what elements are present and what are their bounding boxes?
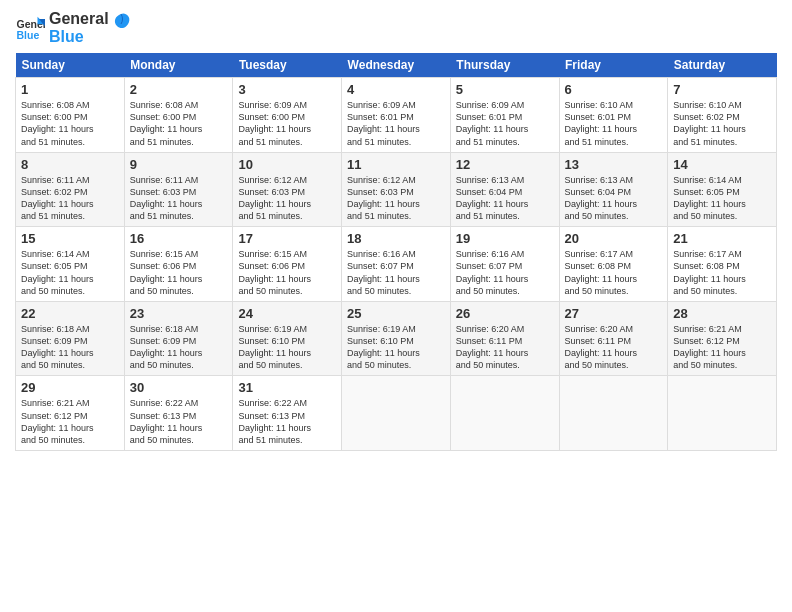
page: General Blue General Blue Sunda [0,0,792,612]
calendar-cell: 28Sunrise: 6:21 AMSunset: 6:12 PMDayligh… [668,301,777,376]
calendar-cell: 4Sunrise: 6:09 AMSunset: 6:01 PMDaylight… [342,78,451,153]
day-info: Sunrise: 6:12 AMSunset: 6:03 PMDaylight:… [238,174,336,223]
logo-blue: Blue [49,28,109,46]
header: General Blue General Blue [15,10,777,45]
calendar-week-row: 1Sunrise: 6:08 AMSunset: 6:00 PMDaylight… [16,78,777,153]
calendar-week-row: 8Sunrise: 6:11 AMSunset: 6:02 PMDaylight… [16,152,777,227]
calendar-cell: 5Sunrise: 6:09 AMSunset: 6:01 PMDaylight… [450,78,559,153]
calendar-cell: 18Sunrise: 6:16 AMSunset: 6:07 PMDayligh… [342,227,451,302]
calendar-header-tuesday: Tuesday [233,53,342,78]
logo-bird-icon [111,12,131,34]
day-info: Sunrise: 6:21 AMSunset: 6:12 PMDaylight:… [673,323,771,372]
day-number: 21 [673,231,771,246]
day-number: 7 [673,82,771,97]
calendar-header-friday: Friday [559,53,668,78]
day-number: 11 [347,157,445,172]
calendar-cell: 1Sunrise: 6:08 AMSunset: 6:00 PMDaylight… [16,78,125,153]
calendar-week-row: 22Sunrise: 6:18 AMSunset: 6:09 PMDayligh… [16,301,777,376]
day-info: Sunrise: 6:09 AMSunset: 6:00 PMDaylight:… [238,99,336,148]
calendar-header-monday: Monday [124,53,233,78]
svg-text:Blue: Blue [17,28,40,40]
day-number: 6 [565,82,663,97]
day-info: Sunrise: 6:21 AMSunset: 6:12 PMDaylight:… [21,397,119,446]
calendar-body: 1Sunrise: 6:08 AMSunset: 6:00 PMDaylight… [16,78,777,451]
calendar-header-saturday: Saturday [668,53,777,78]
calendar-cell: 8Sunrise: 6:11 AMSunset: 6:02 PMDaylight… [16,152,125,227]
day-number: 20 [565,231,663,246]
day-number: 30 [130,380,228,395]
day-info: Sunrise: 6:22 AMSunset: 6:13 PMDaylight:… [130,397,228,446]
day-info: Sunrise: 6:18 AMSunset: 6:09 PMDaylight:… [21,323,119,372]
calendar-cell: 6Sunrise: 6:10 AMSunset: 6:01 PMDaylight… [559,78,668,153]
calendar-cell: 26Sunrise: 6:20 AMSunset: 6:11 PMDayligh… [450,301,559,376]
calendar-cell: 31Sunrise: 6:22 AMSunset: 6:13 PMDayligh… [233,376,342,451]
day-info: Sunrise: 6:09 AMSunset: 6:01 PMDaylight:… [347,99,445,148]
day-number: 23 [130,306,228,321]
calendar-cell: 14Sunrise: 6:14 AMSunset: 6:05 PMDayligh… [668,152,777,227]
day-info: Sunrise: 6:14 AMSunset: 6:05 PMDaylight:… [673,174,771,223]
calendar-cell: 9Sunrise: 6:11 AMSunset: 6:03 PMDaylight… [124,152,233,227]
day-number: 31 [238,380,336,395]
day-number: 28 [673,306,771,321]
calendar-cell: 27Sunrise: 6:20 AMSunset: 6:11 PMDayligh… [559,301,668,376]
day-number: 8 [21,157,119,172]
calendar-cell: 29Sunrise: 6:21 AMSunset: 6:12 PMDayligh… [16,376,125,451]
calendar-cell: 7Sunrise: 6:10 AMSunset: 6:02 PMDaylight… [668,78,777,153]
day-number: 24 [238,306,336,321]
calendar-cell: 22Sunrise: 6:18 AMSunset: 6:09 PMDayligh… [16,301,125,376]
calendar-table: SundayMondayTuesdayWednesdayThursdayFrid… [15,53,777,451]
calendar-cell [342,376,451,451]
calendar-cell: 19Sunrise: 6:16 AMSunset: 6:07 PMDayligh… [450,227,559,302]
calendar-cell: 11Sunrise: 6:12 AMSunset: 6:03 PMDayligh… [342,152,451,227]
day-info: Sunrise: 6:10 AMSunset: 6:01 PMDaylight:… [565,99,663,148]
calendar-cell [668,376,777,451]
day-info: Sunrise: 6:19 AMSunset: 6:10 PMDaylight:… [238,323,336,372]
logo-general: General [49,10,109,27]
day-info: Sunrise: 6:08 AMSunset: 6:00 PMDaylight:… [21,99,119,148]
calendar-cell: 21Sunrise: 6:17 AMSunset: 6:08 PMDayligh… [668,227,777,302]
calendar-week-row: 29Sunrise: 6:21 AMSunset: 6:12 PMDayligh… [16,376,777,451]
day-number: 1 [21,82,119,97]
calendar-week-row: 15Sunrise: 6:14 AMSunset: 6:05 PMDayligh… [16,227,777,302]
day-number: 3 [238,82,336,97]
day-number: 19 [456,231,554,246]
day-number: 26 [456,306,554,321]
calendar-header-sunday: Sunday [16,53,125,78]
day-info: Sunrise: 6:22 AMSunset: 6:13 PMDaylight:… [238,397,336,446]
logo-icon: General Blue [15,13,45,43]
day-info: Sunrise: 6:20 AMSunset: 6:11 PMDaylight:… [565,323,663,372]
day-info: Sunrise: 6:15 AMSunset: 6:06 PMDaylight:… [130,248,228,297]
calendar-cell: 15Sunrise: 6:14 AMSunset: 6:05 PMDayligh… [16,227,125,302]
day-number: 17 [238,231,336,246]
day-number: 14 [673,157,771,172]
day-number: 12 [456,157,554,172]
day-number: 27 [565,306,663,321]
day-info: Sunrise: 6:17 AMSunset: 6:08 PMDaylight:… [673,248,771,297]
calendar-cell: 13Sunrise: 6:13 AMSunset: 6:04 PMDayligh… [559,152,668,227]
day-number: 22 [21,306,119,321]
calendar-cell: 2Sunrise: 6:08 AMSunset: 6:00 PMDaylight… [124,78,233,153]
day-info: Sunrise: 6:11 AMSunset: 6:02 PMDaylight:… [21,174,119,223]
day-info: Sunrise: 6:18 AMSunset: 6:09 PMDaylight:… [130,323,228,372]
day-info: Sunrise: 6:11 AMSunset: 6:03 PMDaylight:… [130,174,228,223]
day-number: 10 [238,157,336,172]
calendar-cell: 12Sunrise: 6:13 AMSunset: 6:04 PMDayligh… [450,152,559,227]
calendar-header-row: SundayMondayTuesdayWednesdayThursdayFrid… [16,53,777,78]
day-info: Sunrise: 6:19 AMSunset: 6:10 PMDaylight:… [347,323,445,372]
calendar-cell: 24Sunrise: 6:19 AMSunset: 6:10 PMDayligh… [233,301,342,376]
day-number: 13 [565,157,663,172]
calendar-cell [559,376,668,451]
day-number: 2 [130,82,228,97]
day-info: Sunrise: 6:10 AMSunset: 6:02 PMDaylight:… [673,99,771,148]
day-info: Sunrise: 6:13 AMSunset: 6:04 PMDaylight:… [565,174,663,223]
calendar-header-thursday: Thursday [450,53,559,78]
day-number: 18 [347,231,445,246]
day-info: Sunrise: 6:13 AMSunset: 6:04 PMDaylight:… [456,174,554,223]
day-number: 4 [347,82,445,97]
day-info: Sunrise: 6:20 AMSunset: 6:11 PMDaylight:… [456,323,554,372]
day-number: 5 [456,82,554,97]
day-info: Sunrise: 6:14 AMSunset: 6:05 PMDaylight:… [21,248,119,297]
day-info: Sunrise: 6:17 AMSunset: 6:08 PMDaylight:… [565,248,663,297]
calendar-cell: 25Sunrise: 6:19 AMSunset: 6:10 PMDayligh… [342,301,451,376]
calendar-cell: 23Sunrise: 6:18 AMSunset: 6:09 PMDayligh… [124,301,233,376]
